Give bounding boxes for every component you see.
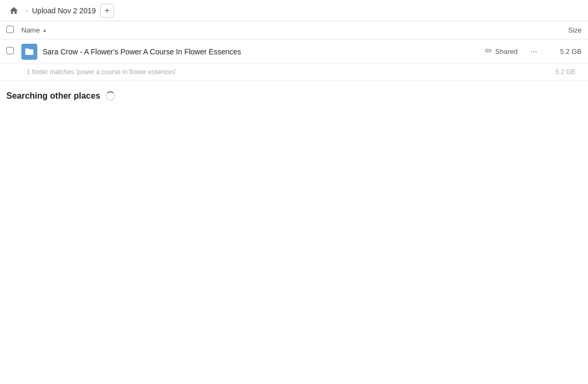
match-summary-row: 1 folder matches 'power a course in flow… (0, 64, 588, 81)
column-headers: Name ▲ Size (0, 21, 588, 39)
add-button[interactable]: + (100, 4, 114, 18)
sort-arrow-icon: ▲ (42, 27, 47, 33)
breadcrumb-title: Upload Nov 2 2019 (32, 6, 96, 15)
breadcrumb-separator: › (26, 7, 28, 14)
file-folder-icon (21, 44, 37, 60)
more-options-button[interactable]: ··· (526, 44, 541, 59)
file-row[interactable]: Sara Crow - A Flower's Power A Course In… (0, 39, 588, 64)
file-size: 5.2 GB (550, 47, 582, 55)
match-summary-size: 5.2 GB (555, 68, 582, 76)
loading-spinner (106, 91, 115, 101)
match-summary-text: 1 folder matches 'power a course in flow… (27, 68, 176, 76)
name-column-label: Name (21, 26, 40, 34)
file-name: Sara Crow - A Flower's Power A Course In… (43, 47, 485, 56)
searching-section: Searching other places (0, 81, 588, 111)
header-bar: › Upload Nov 2 2019 + (0, 0, 588, 21)
row-checkbox-area (6, 47, 21, 56)
searching-label: Searching other places (6, 91, 100, 101)
name-column-header[interactable]: Name ▲ (21, 26, 539, 34)
row-checkbox[interactable] (6, 47, 14, 54)
header-checkbox-area (6, 26, 21, 35)
home-button[interactable] (6, 3, 21, 18)
link-icon (485, 47, 492, 56)
ellipsis-icon: ··· (530, 47, 537, 57)
shared-label: Shared (495, 47, 518, 55)
shared-area: Shared (485, 47, 518, 56)
size-column-header: Size (539, 26, 582, 34)
select-all-checkbox[interactable] (6, 26, 14, 33)
